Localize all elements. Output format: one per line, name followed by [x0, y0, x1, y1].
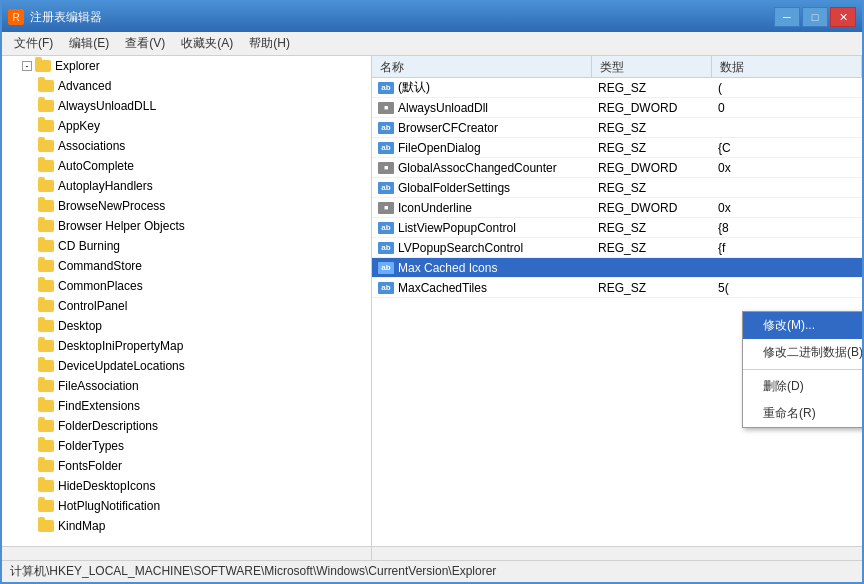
cell-name: ■ AlwaysUnloadDll: [372, 100, 592, 116]
folder-icon: [38, 240, 54, 252]
list-item[interactable]: Browser Helper Objects: [2, 216, 371, 236]
tree-label: FindExtensions: [58, 399, 140, 413]
folder-icon: [38, 500, 54, 512]
cell-data: {f: [712, 240, 862, 256]
maximize-button[interactable]: □: [802, 7, 828, 27]
cell-type: REG_SZ: [592, 80, 712, 96]
reg-dword-icon: ■: [378, 162, 394, 174]
table-row[interactable]: ■ IconUnderline REG_DWORD 0x: [372, 198, 862, 218]
list-item[interactable]: FolderDescriptions: [2, 416, 371, 436]
tree-label: Advanced: [58, 79, 111, 93]
cell-data: 0: [712, 100, 862, 116]
tree-label: FontsFolder: [58, 459, 122, 473]
folder-icon: [38, 260, 54, 272]
list-item[interactable]: DeviceUpdateLocations: [2, 356, 371, 376]
cell-type: REG_SZ: [592, 220, 712, 236]
list-item[interactable]: Desktop: [2, 316, 371, 336]
tree-label: HotPlugNotification: [58, 499, 160, 513]
table-row[interactable]: ab FileOpenDialog REG_SZ {C: [372, 138, 862, 158]
minimize-button[interactable]: ─: [774, 7, 800, 27]
registry-tree[interactable]: - Explorer Advanced AlwaysUnloadDLL: [2, 56, 371, 546]
list-item[interactable]: CommonPlaces: [2, 276, 371, 296]
list-item[interactable]: CD Burning: [2, 236, 371, 256]
table-row[interactable]: ab GlobalFolderSettings REG_SZ: [372, 178, 862, 198]
left-scrollbar[interactable]: [2, 546, 371, 560]
right-scrollbar[interactable]: [372, 546, 862, 560]
table-row[interactable]: ab LVPopupSearchControl REG_SZ {f: [372, 238, 862, 258]
tree-label: DesktopIniPropertyMap: [58, 339, 183, 353]
menu-favorites[interactable]: 收藏夹(A): [173, 33, 241, 54]
list-item[interactable]: FindExtensions: [2, 396, 371, 416]
table-row[interactable]: ■ GlobalAssocChangedCounter REG_DWORD 0x: [372, 158, 862, 178]
list-item[interactable]: AutoComplete: [2, 156, 371, 176]
reg-sz-icon: ab: [378, 222, 394, 234]
list-item[interactable]: HideDesktopIcons: [2, 476, 371, 496]
menu-edit[interactable]: 编辑(E): [61, 33, 117, 54]
folder-icon: [38, 100, 54, 112]
list-item[interactable]: Associations: [2, 136, 371, 156]
folder-icon: [38, 340, 54, 352]
col-header-type: 类型: [592, 56, 712, 77]
tree-item-explorer[interactable]: - Explorer: [2, 56, 371, 76]
folder-icon: [38, 320, 54, 332]
context-menu-item-modify[interactable]: 修改(M)...: [743, 312, 862, 339]
list-item[interactable]: AppKey: [2, 116, 371, 136]
list-item[interactable]: ControlPanel: [2, 296, 371, 316]
menu-view[interactable]: 查看(V): [117, 33, 173, 54]
cell-name: ab Max Cached Icons: [372, 260, 592, 276]
context-menu-separator: [743, 369, 862, 370]
cell-type: REG_SZ: [592, 180, 712, 196]
list-item[interactable]: FolderTypes: [2, 436, 371, 456]
context-menu-item-rename[interactable]: 重命名(R): [743, 400, 862, 427]
menu-help[interactable]: 帮助(H): [241, 33, 298, 54]
tree-label: FolderDescriptions: [58, 419, 158, 433]
reg-sz-icon: ab: [378, 82, 394, 94]
reg-sz-icon: ab: [378, 282, 394, 294]
list-item[interactable]: CommandStore: [2, 256, 371, 276]
list-item[interactable]: HotPlugNotification: [2, 496, 371, 516]
list-item[interactable]: BrowseNewProcess: [2, 196, 371, 216]
table-row[interactable]: ab BrowserCFCreator REG_SZ: [372, 118, 862, 138]
context-menu-item-delete[interactable]: 删除(D): [743, 373, 862, 400]
table-row[interactable]: ab MaxCachedTiles REG_SZ 5(: [372, 278, 862, 298]
list-item[interactable]: AutoplayHandlers: [2, 176, 371, 196]
table-row-selected[interactable]: ab Max Cached Icons: [372, 258, 862, 278]
list-item[interactable]: AlwaysUnloadDLL: [2, 96, 371, 116]
folder-icon: [38, 400, 54, 412]
folder-icon: [38, 480, 54, 492]
cell-name: ■ GlobalAssocChangedCounter: [372, 160, 592, 176]
cell-data: [712, 187, 862, 189]
reg-sz-icon: ab: [378, 242, 394, 254]
window-title: 注册表编辑器: [30, 9, 774, 26]
list-item[interactable]: Advanced: [2, 76, 371, 96]
expand-icon[interactable]: -: [22, 61, 32, 71]
table-row[interactable]: ab ListViewPopupControl REG_SZ {8: [372, 218, 862, 238]
tree-label: Explorer: [55, 59, 100, 73]
tree-label: AlwaysUnloadDLL: [58, 99, 156, 113]
list-item[interactable]: FontsFolder: [2, 456, 371, 476]
list-item[interactable]: FileAssociation: [2, 376, 371, 396]
cell-name: ab MaxCachedTiles: [372, 280, 592, 296]
tree-label: KindMap: [58, 519, 105, 533]
app-icon: R: [8, 9, 24, 25]
tree-label: BrowseNewProcess: [58, 199, 165, 213]
table-row[interactable]: ab (默认) REG_SZ (: [372, 78, 862, 98]
list-item[interactable]: KindMap: [2, 516, 371, 536]
context-menu-item-modify-binary[interactable]: 修改二进制数据(B)...: [743, 339, 862, 366]
menu-file[interactable]: 文件(F): [6, 33, 61, 54]
folder-icon: [38, 200, 54, 212]
col-header-data: 数据: [712, 56, 862, 77]
cell-name: ab LVPopupSearchControl: [372, 240, 592, 256]
cell-name: ab (默认): [372, 78, 592, 97]
reg-sz-icon: ab: [378, 122, 394, 134]
cell-data: 0x: [712, 160, 862, 176]
tree-label: ControlPanel: [58, 299, 127, 313]
folder-icon: [38, 220, 54, 232]
folder-icon: [38, 360, 54, 372]
close-button[interactable]: ✕: [830, 7, 856, 27]
folder-icon: [38, 80, 54, 92]
menu-bar: 文件(F) 编辑(E) 查看(V) 收藏夹(A) 帮助(H): [2, 32, 862, 56]
table-row[interactable]: ■ AlwaysUnloadDll REG_DWORD 0: [372, 98, 862, 118]
status-bar: 计算机\HKEY_LOCAL_MACHINE\SOFTWARE\Microsof…: [2, 560, 862, 582]
list-item[interactable]: DesktopIniPropertyMap: [2, 336, 371, 356]
